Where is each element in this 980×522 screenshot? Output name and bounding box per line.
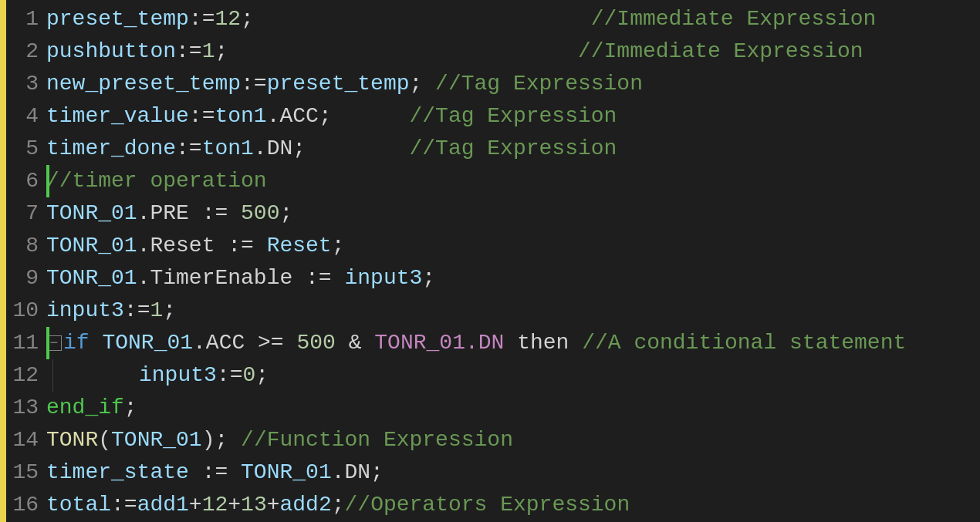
- code-token: .DN;: [254, 138, 306, 160]
- code-token: end_if: [46, 397, 124, 419]
- code-line-11: −if TONR_01.ACC >= 500 & TONR_01.DN then…: [46, 327, 980, 359]
- code-token: 1: [150, 300, 163, 322]
- code-token: 500: [241, 203, 279, 224]
- code-token: ;: [279, 203, 292, 224]
- code-token: .DN;: [332, 462, 384, 483]
- code-line-14: TONR(TONR_01); //Function Expression: [46, 424, 980, 456]
- code-line-9: TONR_01.TimerEnable := input3;: [46, 262, 980, 295]
- code-token: TONR_01: [46, 268, 137, 289]
- line-number-7: 7: [6, 197, 39, 230]
- code-token: ton1: [215, 106, 266, 127]
- code-token: );: [202, 429, 241, 451]
- code-token: 500: [296, 332, 335, 354]
- code-token: :=: [189, 8, 215, 30]
- line-number-13: 13: [6, 392, 39, 424]
- code-token: 13: [241, 494, 267, 516]
- code-token: +: [267, 494, 280, 516]
- line-number-3: 3: [6, 68, 39, 100]
- code-line-1: preset_temp:=12; //Immediate Expression: [46, 3, 980, 35]
- line-number-4: 4: [6, 100, 39, 133]
- code-token: 1: [202, 41, 215, 62]
- yellow-gutter-bar: [0, 0, 6, 522]
- code-token: add1: [137, 494, 189, 516]
- code-line-5: timer_done:=ton1.DN; //Tag Expression: [46, 133, 980, 165]
- block-indent-line: [52, 359, 53, 392]
- code-token: ;: [163, 300, 176, 322]
- code-token: add2: [280, 494, 332, 516]
- code-token: +: [189, 494, 202, 516]
- code-token: //Immediate Expression: [578, 41, 863, 62]
- line-number-8: 8: [6, 230, 39, 262]
- line-number-9: 9: [6, 262, 39, 295]
- line-number-12: 12: [6, 359, 39, 392]
- code-line-15: timer_state := TONR_01.DN;: [46, 456, 980, 489]
- code-token: :=: [176, 41, 202, 62]
- code-token: TONR: [46, 429, 98, 451]
- code-token: //Function Expression: [241, 429, 513, 451]
- code-token: timer_value: [46, 106, 189, 127]
- code-token: ;: [215, 41, 228, 62]
- line-number-14: 14: [6, 424, 39, 456]
- code-line-6: //timer operation: [46, 165, 980, 197]
- code-line-16: total:=add1+12+13+add2;//Operators Expre…: [46, 489, 980, 521]
- code-token: (: [98, 429, 111, 451]
- green-indicator-line-6: [46, 165, 49, 197]
- code-token: preset_temp: [46, 8, 189, 30]
- code-token: TONR_01: [241, 462, 332, 483]
- code-token: if: [63, 332, 102, 354]
- line-number-10: 10: [6, 295, 39, 327]
- code-token: preset_temp: [267, 73, 410, 95]
- code-line-3: new_preset_temp:=preset_temp; //Tag Expr…: [46, 68, 980, 100]
- code-token: :=: [124, 300, 150, 322]
- code-token: +: [228, 494, 241, 516]
- code-token: //A conditional statement: [569, 332, 906, 354]
- line-number-2: 2: [6, 35, 39, 68]
- code-line-8: TONR_01.Reset := Reset;: [46, 230, 980, 262]
- code-token: pushbutton: [46, 41, 176, 62]
- code-token: //Immediate Expression: [591, 8, 877, 30]
- code-token: timer_done: [46, 138, 176, 160]
- code-token: input3: [139, 365, 217, 386]
- green-indicator-line-11: [46, 327, 49, 359]
- code-token: .TimerEnable :=: [137, 268, 345, 289]
- line-numbers: 12345678910111213141516: [6, 0, 46, 522]
- code-line-2: pushbutton:=1; //Immediate Expression: [46, 35, 980, 68]
- code-token: input3: [344, 268, 422, 289]
- code-token: //timer operation: [46, 170, 267, 192]
- line-number-11: 11: [6, 327, 39, 359]
- line-number-15: 15: [6, 456, 39, 489]
- code-token: ;: [124, 397, 137, 419]
- code-token: .ACC >=: [193, 332, 296, 354]
- code-token: 12: [215, 8, 241, 30]
- code-token: TONR_01: [374, 332, 465, 354]
- code-token: then: [517, 332, 569, 354]
- code-token: ton1: [202, 138, 254, 160]
- code-token: total: [46, 494, 111, 516]
- code-token: ;: [410, 73, 436, 95]
- code-token: ;: [332, 235, 345, 257]
- line-number-16: 16: [6, 489, 39, 521]
- code-token: :=: [241, 73, 267, 95]
- line-number-1: 1: [6, 3, 39, 35]
- line-number-5: 5: [6, 133, 39, 165]
- code-token: TONR_01: [111, 429, 202, 451]
- code-token: ;: [241, 8, 254, 30]
- code-token: //Tag Expression: [332, 106, 617, 127]
- code-token: :=: [176, 138, 202, 160]
- code-token: [228, 41, 578, 62]
- code-token: Reset: [267, 235, 332, 257]
- code-token: 12: [202, 494, 228, 516]
- code-token: ;: [255, 365, 269, 386]
- code-token: 0: [242, 365, 255, 386]
- code-line-13: end_if;: [46, 392, 980, 424]
- code-token: :=: [111, 494, 137, 516]
- code-token: ;: [332, 494, 345, 516]
- code-token: .Reset :=: [137, 235, 267, 257]
- code-line-10: input3:=1;: [46, 295, 980, 327]
- code-editor: 12345678910111213141516 preset_temp:=12;…: [0, 0, 980, 522]
- code-token: //Tag Expression: [306, 138, 617, 160]
- code-token: ;: [422, 268, 435, 289]
- code-token: //Operators Expression: [345, 494, 630, 516]
- code-token: new_preset_temp: [46, 73, 241, 95]
- code-token: :=: [189, 106, 215, 127]
